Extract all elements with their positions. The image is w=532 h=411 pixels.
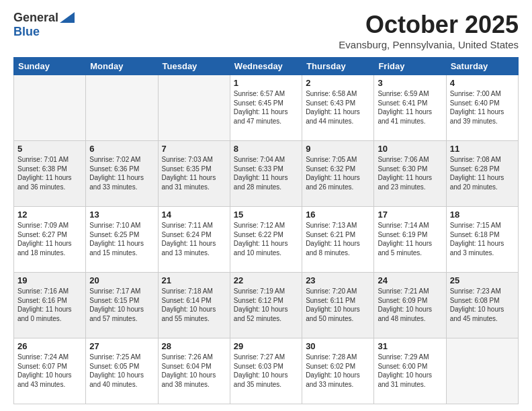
day-info: Sunrise: 7:20 AM Sunset: 6:11 PM Dayligh… [306, 287, 370, 323]
title-block: October 2025 Evansburg, Pennsylvania, Un… [339, 11, 519, 50]
table-row: 19Sunrise: 7:16 AM Sunset: 6:16 PM Dayli… [14, 273, 86, 338]
day-info: Sunrise: 7:00 AM Sunset: 6:40 PM Dayligh… [450, 89, 515, 126]
table-row: 15Sunrise: 7:12 AM Sunset: 6:22 PM Dayli… [230, 207, 302, 273]
table-row: 5Sunrise: 7:01 AM Sunset: 6:38 PM Daylig… [14, 141, 86, 207]
day-info: Sunrise: 7:28 AM Sunset: 6:02 PM Dayligh… [306, 353, 370, 389]
day-number: 17 [378, 210, 442, 220]
table-row: 30Sunrise: 7:28 AM Sunset: 6:02 PM Dayli… [302, 338, 374, 404]
table-row: 24Sunrise: 7:21 AM Sunset: 6:09 PM Dayli… [374, 273, 446, 338]
day-number: 23 [306, 275, 370, 285]
table-row: 4Sunrise: 7:00 AM Sunset: 6:40 PM Daylig… [446, 75, 518, 141]
day-number: 21 [162, 275, 226, 285]
day-number: 27 [89, 341, 154, 351]
day-info: Sunrise: 7:16 AM Sunset: 6:16 PM Dayligh… [17, 287, 82, 323]
day-info: Sunrise: 7:03 AM Sunset: 6:35 PM Dayligh… [162, 155, 226, 191]
calendar-header-row: Sunday Monday Tuesday Wednesday Thursday… [14, 58, 519, 75]
day-number: 7 [162, 144, 226, 154]
table-row: 26Sunrise: 7:24 AM Sunset: 6:07 PM Dayli… [14, 338, 86, 404]
calendar-week-row: 26Sunrise: 7:24 AM Sunset: 6:07 PM Dayli… [14, 338, 519, 404]
day-number: 20 [89, 275, 154, 285]
day-number: 10 [378, 144, 442, 154]
table-row: 17Sunrise: 7:14 AM Sunset: 6:19 PM Dayli… [374, 207, 446, 273]
table-row: 8Sunrise: 7:04 AM Sunset: 6:33 PM Daylig… [230, 141, 302, 207]
day-number: 14 [162, 210, 226, 220]
table-row: 23Sunrise: 7:20 AM Sunset: 6:11 PM Dayli… [302, 273, 374, 338]
day-number: 13 [89, 210, 154, 220]
day-number: 19 [17, 275, 82, 285]
logo-general-text: General [13, 11, 58, 25]
logo-icon [60, 12, 75, 23]
day-number: 25 [450, 275, 515, 285]
day-info: Sunrise: 7:23 AM Sunset: 6:08 PM Dayligh… [450, 287, 515, 323]
day-info: Sunrise: 7:26 AM Sunset: 6:04 PM Dayligh… [162, 353, 226, 389]
svg-marker-0 [60, 12, 75, 23]
day-info: Sunrise: 6:58 AM Sunset: 6:43 PM Dayligh… [306, 89, 370, 126]
day-number: 26 [17, 341, 82, 351]
calendar-week-row: 12Sunrise: 7:09 AM Sunset: 6:27 PM Dayli… [14, 207, 519, 273]
table-row: 13Sunrise: 7:10 AM Sunset: 6:25 PM Dayli… [86, 207, 158, 273]
col-sunday: Sunday [14, 58, 86, 75]
table-row [86, 75, 158, 141]
day-number: 9 [306, 144, 370, 154]
day-info: Sunrise: 7:21 AM Sunset: 6:09 PM Dayligh… [378, 287, 442, 323]
table-row: 9Sunrise: 7:05 AM Sunset: 6:32 PM Daylig… [302, 141, 374, 207]
day-number: 30 [306, 341, 370, 351]
day-info: Sunrise: 7:17 AM Sunset: 6:15 PM Dayligh… [89, 287, 154, 323]
day-info: Sunrise: 7:04 AM Sunset: 6:33 PM Dayligh… [234, 155, 298, 191]
col-monday: Monday [86, 58, 158, 75]
day-number: 1 [234, 78, 298, 88]
day-number: 3 [378, 78, 442, 88]
col-wednesday: Wednesday [230, 58, 302, 75]
day-info: Sunrise: 7:08 AM Sunset: 6:28 PM Dayligh… [450, 155, 515, 191]
day-info: Sunrise: 7:11 AM Sunset: 6:24 PM Dayligh… [162, 221, 226, 257]
table-row: 16Sunrise: 7:13 AM Sunset: 6:21 PM Dayli… [302, 207, 374, 273]
day-number: 12 [17, 210, 82, 220]
day-info: Sunrise: 7:18 AM Sunset: 6:14 PM Dayligh… [162, 287, 226, 323]
logo-blue-text: Blue [13, 25, 40, 38]
logo: General Blue [13, 11, 75, 39]
day-number: 28 [162, 341, 226, 351]
location: Evansburg, Pennsylvania, United States [339, 39, 519, 50]
day-number: 15 [234, 210, 298, 220]
day-number: 6 [89, 144, 154, 154]
day-info: Sunrise: 7:02 AM Sunset: 6:36 PM Dayligh… [89, 155, 154, 191]
month-title: October 2025 [339, 11, 519, 39]
day-info: Sunrise: 7:09 AM Sunset: 6:27 PM Dayligh… [17, 221, 82, 257]
calendar-week-row: 19Sunrise: 7:16 AM Sunset: 6:16 PM Dayli… [14, 273, 519, 338]
day-info: Sunrise: 7:05 AM Sunset: 6:32 PM Dayligh… [306, 155, 370, 191]
day-number: 31 [378, 341, 442, 351]
table-row: 18Sunrise: 7:15 AM Sunset: 6:18 PM Dayli… [446, 207, 518, 273]
table-row: 22Sunrise: 7:19 AM Sunset: 6:12 PM Dayli… [230, 273, 302, 338]
table-row: 31Sunrise: 7:29 AM Sunset: 6:00 PM Dayli… [374, 338, 446, 404]
page: General Blue October 2025 Evansburg, Pen… [0, 0, 532, 411]
calendar-week-row: 1Sunrise: 6:57 AM Sunset: 6:45 PM Daylig… [14, 75, 519, 141]
day-info: Sunrise: 7:14 AM Sunset: 6:19 PM Dayligh… [378, 221, 442, 257]
day-info: Sunrise: 7:13 AM Sunset: 6:21 PM Dayligh… [306, 221, 370, 257]
table-row [446, 338, 518, 404]
table-row: 25Sunrise: 7:23 AM Sunset: 6:08 PM Dayli… [446, 273, 518, 338]
table-row: 28Sunrise: 7:26 AM Sunset: 6:04 PM Dayli… [158, 338, 230, 404]
day-number: 22 [234, 275, 298, 285]
day-number: 18 [450, 210, 515, 220]
calendar-week-row: 5Sunrise: 7:01 AM Sunset: 6:38 PM Daylig… [14, 141, 519, 207]
day-info: Sunrise: 7:15 AM Sunset: 6:18 PM Dayligh… [450, 221, 515, 257]
day-number: 11 [450, 144, 515, 154]
day-info: Sunrise: 6:57 AM Sunset: 6:45 PM Dayligh… [234, 89, 298, 126]
day-info: Sunrise: 7:25 AM Sunset: 6:05 PM Dayligh… [89, 353, 154, 389]
col-thursday: Thursday [302, 58, 374, 75]
day-number: 4 [450, 78, 515, 88]
day-number: 29 [234, 341, 298, 351]
table-row: 12Sunrise: 7:09 AM Sunset: 6:27 PM Dayli… [14, 207, 86, 273]
table-row: 21Sunrise: 7:18 AM Sunset: 6:14 PM Dayli… [158, 273, 230, 338]
table-row: 11Sunrise: 7:08 AM Sunset: 6:28 PM Dayli… [446, 141, 518, 207]
table-row [14, 75, 86, 141]
table-row: 3Sunrise: 6:59 AM Sunset: 6:41 PM Daylig… [374, 75, 446, 141]
table-row: 7Sunrise: 7:03 AM Sunset: 6:35 PM Daylig… [158, 141, 230, 207]
calendar-table: Sunday Monday Tuesday Wednesday Thursday… [13, 57, 519, 404]
table-row: 6Sunrise: 7:02 AM Sunset: 6:36 PM Daylig… [86, 141, 158, 207]
table-row: 10Sunrise: 7:06 AM Sunset: 6:30 PM Dayli… [374, 141, 446, 207]
day-info: Sunrise: 7:24 AM Sunset: 6:07 PM Dayligh… [17, 353, 82, 389]
col-tuesday: Tuesday [158, 58, 230, 75]
day-info: Sunrise: 7:01 AM Sunset: 6:38 PM Dayligh… [17, 155, 82, 191]
day-number: 24 [378, 275, 442, 285]
